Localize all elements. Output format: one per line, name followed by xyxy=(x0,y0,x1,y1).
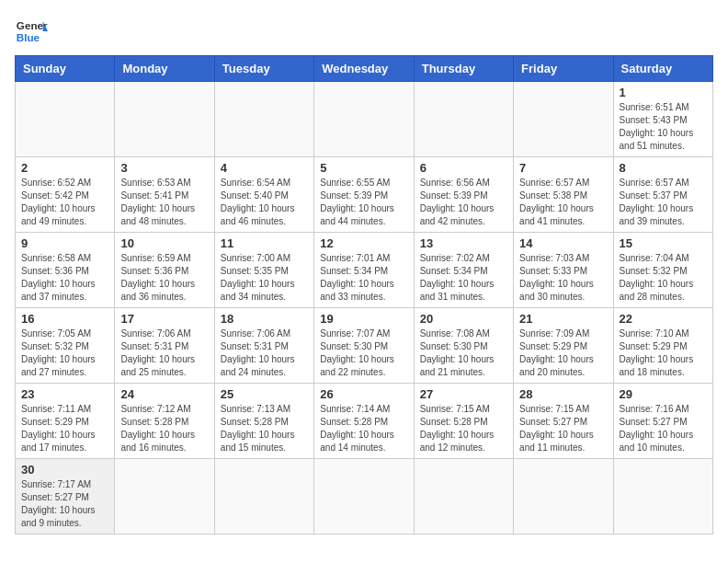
calendar-cell: 11Sunrise: 7:00 AMSunset: 5:35 PMDayligh… xyxy=(214,233,313,308)
calendar-cell: 28Sunrise: 7:15 AMSunset: 5:27 PMDayligh… xyxy=(514,384,613,459)
day-info: Sunrise: 7:06 AMSunset: 5:31 PMDaylight:… xyxy=(120,327,208,379)
day-info: Sunrise: 6:58 AMSunset: 5:36 PMDaylight:… xyxy=(21,252,108,304)
calendar-cell: 4Sunrise: 6:54 AMSunset: 5:40 PMDaylight… xyxy=(214,157,313,233)
day-number: 20 xyxy=(420,312,507,326)
day-info: Sunrise: 6:59 AMSunset: 5:36 PMDaylight:… xyxy=(120,252,208,304)
day-number: 29 xyxy=(620,387,707,401)
calendar-cell: 5Sunrise: 6:55 AMSunset: 5:39 PMDaylight… xyxy=(314,157,414,233)
day-info: Sunrise: 7:16 AMSunset: 5:27 PMDaylight:… xyxy=(620,403,707,454)
calendar-row: 1Sunrise: 6:51 AMSunset: 5:43 PMDaylight… xyxy=(16,82,713,157)
day-info: Sunrise: 6:54 AMSunset: 5:40 PMDaylight:… xyxy=(221,177,308,228)
calendar-cell xyxy=(414,82,513,157)
weekday-header-tuesday: Tuesday xyxy=(214,56,313,82)
day-info: Sunrise: 6:52 AMSunset: 5:42 PMDaylight:… xyxy=(21,177,108,228)
calendar-table: SundayMondayTuesdayWednesdayThursdayFrid… xyxy=(15,55,713,534)
calendar-row: 2Sunrise: 6:52 AMSunset: 5:42 PMDaylight… xyxy=(16,157,713,233)
day-info: Sunrise: 7:03 AMSunset: 5:33 PMDaylight:… xyxy=(519,252,607,304)
calendar-cell: 29Sunrise: 7:16 AMSunset: 5:27 PMDayligh… xyxy=(613,384,712,459)
calendar-cell xyxy=(514,459,613,534)
day-number: 10 xyxy=(120,236,208,250)
day-info: Sunrise: 6:56 AMSunset: 5:39 PMDaylight:… xyxy=(420,177,507,228)
day-number: 26 xyxy=(320,387,407,401)
day-number: 14 xyxy=(519,236,607,250)
day-info: Sunrise: 7:15 AMSunset: 5:27 PMDaylight:… xyxy=(519,403,607,454)
day-info: Sunrise: 7:02 AMSunset: 5:34 PMDaylight:… xyxy=(420,252,507,304)
day-number: 27 xyxy=(420,387,507,401)
day-info: Sunrise: 6:51 AMSunset: 5:43 PMDaylight:… xyxy=(620,101,707,153)
weekday-header-monday: Monday xyxy=(115,56,214,82)
calendar-cell xyxy=(613,459,712,534)
calendar-cell xyxy=(214,82,313,157)
day-number: 17 xyxy=(120,312,208,326)
day-info: Sunrise: 7:01 AMSunset: 5:34 PMDaylight:… xyxy=(320,252,407,304)
day-info: Sunrise: 7:13 AMSunset: 5:28 PMDaylight:… xyxy=(221,403,308,454)
day-info: Sunrise: 7:07 AMSunset: 5:30 PMDaylight:… xyxy=(320,327,407,379)
weekday-header-friday: Friday xyxy=(514,56,613,82)
day-info: Sunrise: 6:55 AMSunset: 5:39 PMDaylight:… xyxy=(320,177,407,228)
calendar-cell: 26Sunrise: 7:14 AMSunset: 5:28 PMDayligh… xyxy=(314,384,414,459)
day-number: 18 xyxy=(221,312,308,326)
calendar-cell: 19Sunrise: 7:07 AMSunset: 5:30 PMDayligh… xyxy=(314,308,414,384)
calendar-cell: 30Sunrise: 7:17 AMSunset: 5:27 PMDayligh… xyxy=(16,459,115,534)
calendar-cell: 25Sunrise: 7:13 AMSunset: 5:28 PMDayligh… xyxy=(214,384,313,459)
calendar-cell xyxy=(314,459,414,534)
calendar-cell: 16Sunrise: 7:05 AMSunset: 5:32 PMDayligh… xyxy=(16,308,115,384)
calendar-cell: 9Sunrise: 6:58 AMSunset: 5:36 PMDaylight… xyxy=(16,233,115,308)
svg-text:Blue: Blue xyxy=(17,31,40,43)
calendar-cell: 18Sunrise: 7:06 AMSunset: 5:31 PMDayligh… xyxy=(214,308,313,384)
day-number: 11 xyxy=(221,236,308,250)
logo-icon: General Blue xyxy=(15,15,48,48)
day-number: 4 xyxy=(221,161,308,175)
calendar-cell: 22Sunrise: 7:10 AMSunset: 5:29 PMDayligh… xyxy=(613,308,712,384)
calendar-cell: 15Sunrise: 7:04 AMSunset: 5:32 PMDayligh… xyxy=(613,233,712,308)
day-number: 9 xyxy=(21,236,108,250)
weekday-header-row: SundayMondayTuesdayWednesdayThursdayFrid… xyxy=(16,56,713,82)
day-number: 2 xyxy=(21,161,108,175)
calendar-cell xyxy=(115,82,214,157)
calendar-row: 23Sunrise: 7:11 AMSunset: 5:29 PMDayligh… xyxy=(16,384,713,459)
day-info: Sunrise: 6:57 AMSunset: 5:38 PMDaylight:… xyxy=(519,177,607,228)
day-info: Sunrise: 7:10 AMSunset: 5:29 PMDaylight:… xyxy=(620,327,707,379)
calendar-cell: 20Sunrise: 7:08 AMSunset: 5:30 PMDayligh… xyxy=(414,308,513,384)
day-number: 5 xyxy=(320,161,407,175)
day-info: Sunrise: 7:12 AMSunset: 5:28 PMDaylight:… xyxy=(120,403,208,454)
calendar-cell: 1Sunrise: 6:51 AMSunset: 5:43 PMDaylight… xyxy=(613,82,712,157)
page-header: General Blue xyxy=(15,15,713,48)
calendar-cell: 10Sunrise: 6:59 AMSunset: 5:36 PMDayligh… xyxy=(115,233,214,308)
day-number: 24 xyxy=(120,387,208,401)
day-number: 8 xyxy=(620,161,707,175)
day-info: Sunrise: 7:14 AMSunset: 5:28 PMDaylight:… xyxy=(320,403,407,454)
weekday-header-thursday: Thursday xyxy=(414,56,513,82)
calendar-cell xyxy=(314,82,414,157)
calendar-cell: 27Sunrise: 7:15 AMSunset: 5:28 PMDayligh… xyxy=(414,384,513,459)
calendar-cell: 8Sunrise: 6:57 AMSunset: 5:37 PMDaylight… xyxy=(613,157,712,233)
day-number: 15 xyxy=(620,236,707,250)
weekday-header-sunday: Sunday xyxy=(16,56,115,82)
day-info: Sunrise: 7:00 AMSunset: 5:35 PMDaylight:… xyxy=(221,252,308,304)
calendar-cell xyxy=(115,459,214,534)
calendar-cell: 21Sunrise: 7:09 AMSunset: 5:29 PMDayligh… xyxy=(514,308,613,384)
calendar-cell: 7Sunrise: 6:57 AMSunset: 5:38 PMDaylight… xyxy=(514,157,613,233)
calendar-cell: 17Sunrise: 7:06 AMSunset: 5:31 PMDayligh… xyxy=(115,308,214,384)
day-number: 16 xyxy=(21,312,108,326)
day-number: 12 xyxy=(320,236,407,250)
day-info: Sunrise: 7:05 AMSunset: 5:32 PMDaylight:… xyxy=(21,327,108,379)
day-info: Sunrise: 6:57 AMSunset: 5:37 PMDaylight:… xyxy=(620,177,707,228)
calendar-cell: 13Sunrise: 7:02 AMSunset: 5:34 PMDayligh… xyxy=(414,233,513,308)
calendar-row: 9Sunrise: 6:58 AMSunset: 5:36 PMDaylight… xyxy=(16,233,713,308)
day-number: 1 xyxy=(620,86,707,99)
calendar-cell xyxy=(414,459,513,534)
day-info: Sunrise: 7:06 AMSunset: 5:31 PMDaylight:… xyxy=(221,327,308,379)
weekday-header-saturday: Saturday xyxy=(613,56,712,82)
day-number: 21 xyxy=(519,312,607,326)
calendar-cell: 23Sunrise: 7:11 AMSunset: 5:29 PMDayligh… xyxy=(16,384,115,459)
day-number: 13 xyxy=(420,236,507,250)
day-number: 19 xyxy=(320,312,407,326)
day-info: Sunrise: 7:08 AMSunset: 5:30 PMDaylight:… xyxy=(420,327,507,379)
day-info: Sunrise: 7:09 AMSunset: 5:29 PMDaylight:… xyxy=(519,327,607,379)
calendar-cell: 14Sunrise: 7:03 AMSunset: 5:33 PMDayligh… xyxy=(514,233,613,308)
day-number: 3 xyxy=(120,161,208,175)
day-number: 25 xyxy=(221,387,308,401)
weekday-header-wednesday: Wednesday xyxy=(314,56,414,82)
day-number: 23 xyxy=(21,387,108,401)
